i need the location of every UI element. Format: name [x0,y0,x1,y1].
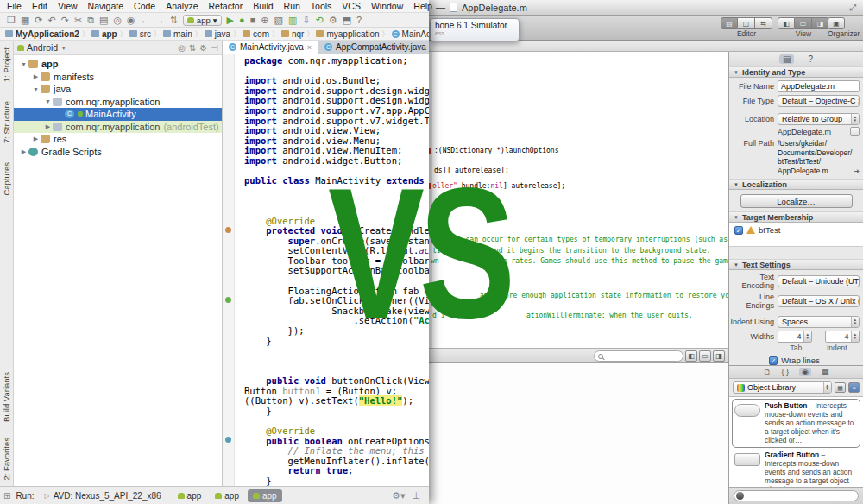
library-selector-dropdown[interactable]: Object Library ▲▼ [733,381,832,394]
breadcrumb-item-myapplication2[interactable]: MyApplication2 [5,29,79,39]
menu-window[interactable]: Window [366,1,408,11]
menu-edit[interactable]: Edit [27,1,53,11]
override-marker-icon[interactable] [225,227,231,233]
stop-icon[interactable]: ■ [250,16,256,25]
tree-item-gradle-scripts[interactable]: ▶Gradle Scripts [14,146,222,159]
run-tab-app[interactable]: app [210,489,244,502]
breadcrumb-item-com[interactable]: com [243,29,269,39]
text-settings-section-header[interactable]: ▼ Text Settings [729,259,863,270]
toolwindow-switcher-icon[interactable]: ⊞ [3,491,10,501]
identity-section-header[interactable]: ▼ Identity and Type [729,66,863,78]
menu-navigate[interactable]: Navigate [83,1,129,11]
location-dropdown[interactable]: Relative to Group▲▼ [778,113,860,125]
build-icon[interactable]: ⚙ [329,16,337,25]
grid-view-button[interactable]: ▦ [835,382,846,393]
save-all-icon[interactable]: ▦ [21,16,29,25]
gradle-sync-icon[interactable]: ⟲ [316,16,324,25]
find-icon[interactable]: ◎ [113,16,122,25]
toolwindow-button-captures[interactable]: Captures [2,162,11,196]
target-membership-section-header[interactable]: ▼ Target Membership [729,211,863,223]
tree-expand-icon[interactable]: ▶ [31,135,41,142]
breadcrumb-item-main[interactable]: main [163,29,192,39]
breadcrumb-item-mainactivity[interactable]: CMainActivity [392,29,429,39]
choose-location-button[interactable] [850,127,860,136]
tab-close-icon[interactable]: × [307,43,312,52]
sync-icon[interactable]: ⟳ [35,16,42,25]
menu-run[interactable]: Run [279,1,306,11]
back-icon[interactable]: ← [141,16,150,25]
quick-help-tab-icon[interactable]: ? [808,54,813,64]
run-marker-icon[interactable] [225,297,231,303]
code-snippet-library-icon[interactable]: { } [782,368,790,376]
editor-tab-appcompatactivity-java[interactable]: CAppCompatActivity.java× [318,41,429,54]
forward-icon[interactable]: → [155,16,165,25]
menu-build[interactable]: Build [248,1,278,11]
media-library-icon[interactable]: ▦ [822,368,829,376]
tree-item-com-nqr-myapplication[interactable]: ▼com.nqr.myapplication [14,96,222,109]
breadcrumb-item-src[interactable]: src [129,29,151,39]
jump-bar[interactable] [429,41,863,52]
library-item-push-button[interactable]: Push Button – Intercepts mouse-down even… [732,399,860,448]
indent-using-dropdown[interactable]: Spaces▲▼ [778,316,860,328]
avd-manager-icon[interactable]: ▥ [288,16,297,25]
editor-tab-mainactivity-java[interactable]: CMainActivity.java× [223,41,318,54]
tab-width-stepper[interactable]: 4▲▼ [778,331,812,343]
replace-icon[interactable]: ◉ [127,16,135,25]
text-encoding-dropdown[interactable]: Default – Unicode (UTF-8)▲▼ [778,275,860,287]
menu-tools[interactable]: Tools [306,1,337,11]
menu-code[interactable]: Code [129,1,161,11]
breadcrumb-item-myapplication[interactable]: myapplication [316,29,379,39]
project-view-selector[interactable]: Android [27,42,58,53]
navigator-toggle-button[interactable]: ◧ [778,17,795,29]
hide-panel-icon[interactable]: ⊣ [211,43,218,53]
settings-icon[interactable]: ⚙ [199,43,207,53]
expand-icon[interactable]: ⇅ [170,16,178,25]
list-view-button[interactable]: ≡ [848,382,860,393]
standard-editor-button[interactable]: ▤ [721,17,738,29]
open-icon[interactable]: ❐ [7,16,16,25]
cut-icon[interactable]: ✂ [74,16,82,25]
file-template-library-icon[interactable]: 🗋 [764,368,772,376]
debug-area-toggle-button[interactable]: ▭ [795,17,812,29]
tree-expand-icon[interactable]: ▼ [43,98,53,104]
indent-width-stepper[interactable]: 4▲▼ [825,331,860,343]
tree-item-app[interactable]: ▼app [14,58,222,71]
toolwindow-button----favorites[interactable]: 2: Favorites [2,438,11,481]
show-utilities-button[interactable]: ◨ [713,350,725,362]
tree-expand-icon[interactable]: ▶ [19,148,28,155]
settings-dropdown-icon[interactable]: ⚙▾ [392,490,405,501]
scheme-selector-popup[interactable]: hone 6.1 Simulator ess [430,18,520,41]
tree-item-mainactivity[interactable]: CMainActivity [14,108,222,121]
debug-icon[interactable]: ● [239,16,245,25]
line-endings-dropdown[interactable]: Default – OS X / Unix (LF)▲▼ [778,295,860,307]
toolwindow-button----project[interactable]: 1: Project [2,47,11,82]
override-marker-icon[interactable] [225,437,231,443]
breadcrumb-item-java[interactable]: java [205,29,230,39]
lock-icon[interactable]: ⬒ [343,16,351,25]
profiler-icon[interactable]: ▧ [274,16,283,25]
organizer-button[interactable]: ▣ [828,17,845,29]
version-editor-button[interactable]: ⇆ [755,17,772,29]
utilities-toggle-button[interactable]: ◨ [812,17,829,29]
breadcrumb-item-app[interactable]: app [91,29,117,39]
run-device-tab[interactable]: ▷ AVD: Nexus_5_API_22_x86 [40,489,167,502]
undo-icon[interactable]: ↶ [48,16,56,25]
localization-section-header[interactable]: ▼ Localization [729,179,863,190]
run-tab-app[interactable]: app [173,489,207,502]
assistant-editor-button[interactable]: ◫ [738,17,755,29]
document-proxy-icon[interactable] [450,3,457,12]
tree-expand-icon[interactable]: ▼ [19,61,28,67]
run-toolwindow-label[interactable]: Run: [16,491,34,501]
toolwindow-button----structure[interactable]: 7: Structure [2,101,11,143]
filter-search-input[interactable] [594,350,683,362]
file-type-dropdown[interactable]: Default – Objective-C So…▲▼ [778,95,860,107]
menu-vcs[interactable]: VCS [337,1,366,11]
menu-view[interactable]: View [53,1,83,11]
redo-icon[interactable]: ↷ [61,16,69,25]
show-debug-button[interactable]: ▭ [699,350,711,362]
reveal-in-finder-icon[interactable]: ➜ [854,167,860,175]
paste-icon[interactable]: ▤ [99,16,108,25]
target-membership-row[interactable]: ✓btTest [734,225,858,235]
tree-expand-icon[interactable]: ▼ [31,86,41,92]
run-tab-app[interactable]: app [248,489,282,502]
